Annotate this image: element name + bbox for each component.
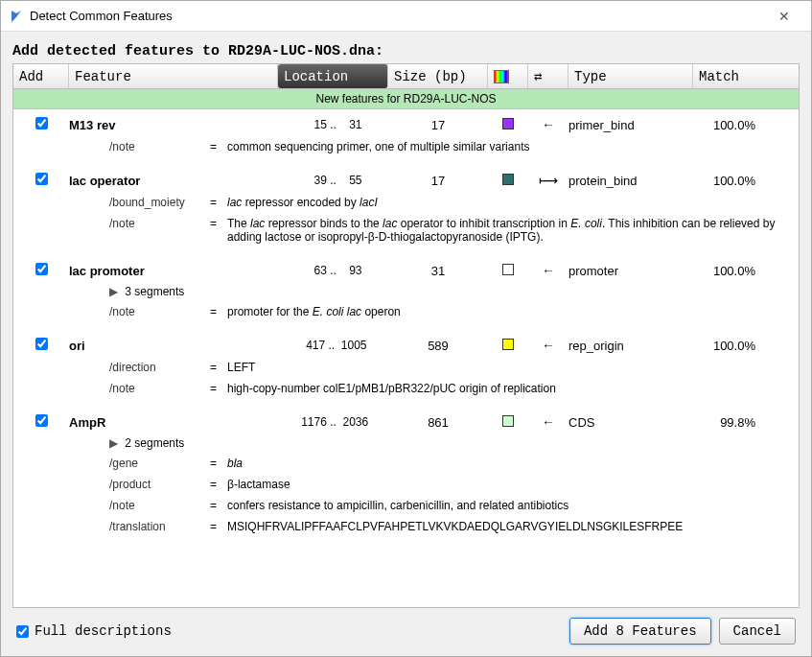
dialog-footer: Full descriptions Add 8 Features Cancel — [12, 608, 800, 645]
detail-row: /gene=bla — [13, 453, 799, 474]
feature-match: 100.0% — [693, 174, 763, 188]
feature-row[interactable]: M13 rev 15 .. 3117←primer_bind100.0% — [13, 109, 799, 136]
detail-key: /note — [109, 305, 210, 318]
close-icon[interactable]: ✕ — [765, 9, 803, 24]
feature-location: 63 .. 93 — [278, 264, 388, 277]
feature-size: 31 — [388, 264, 488, 278]
cancel-button[interactable]: Cancel — [719, 618, 796, 645]
feature-size: 17 — [388, 174, 488, 188]
full-descriptions-label: Full descriptions — [35, 623, 562, 639]
detail-key: /gene — [109, 457, 210, 470]
segments-toggle[interactable]: ▶ 3 segments — [13, 282, 799, 301]
feature-row[interactable]: ori 417 .. 1005589←rep_origin100.0% — [13, 330, 799, 357]
detail-value: confers resistance to ampicillin, carben… — [227, 499, 799, 512]
detail-value: promoter for the E. coli lac operon — [227, 305, 799, 318]
col-header-add[interactable]: Add — [13, 64, 69, 88]
col-header-match[interactable]: Match — [693, 64, 763, 88]
detail-row: /bound_moiety=lac repressor encoded by l… — [13, 192, 799, 213]
feature-location: 417 .. 1005 — [278, 339, 388, 352]
chevron-right-icon: ▶ — [109, 285, 118, 298]
color-swatch — [502, 415, 514, 427]
color-swatch — [502, 174, 514, 185]
swap-icon: ⇄ — [534, 68, 542, 84]
feature-type: primer_bind — [568, 118, 693, 132]
col-header-location[interactable]: Location — [278, 64, 388, 88]
detail-key: /translation — [109, 520, 210, 533]
detail-row: /note=confers resistance to ampicillin, … — [13, 495, 799, 516]
feature-checkbox[interactable] — [35, 414, 48, 427]
feature-row[interactable]: lac promoter 63 .. 9331←promoter100.0% — [13, 255, 799, 282]
subtitle: Add detected features to RD29A-LUC-NOS.d… — [12, 43, 800, 59]
feature-location: 1176 .. 2036 — [278, 415, 388, 429]
window-title: Detect Common Features — [30, 9, 765, 23]
detail-eq: = — [210, 499, 227, 512]
detail-key: /note — [109, 382, 210, 395]
detail-value: MSIQHFRVALIPFFAAFCLPVFAHPETLVKVKDAEDQLGA… — [227, 520, 799, 533]
direction-icon: ← — [528, 263, 568, 278]
detail-eq: = — [210, 520, 227, 533]
direction-icon: ← — [528, 338, 568, 353]
add-features-button[interactable]: Add 8 Features — [569, 618, 711, 645]
segments-toggle[interactable]: ▶ 2 segments — [13, 434, 799, 453]
col-header-direction[interactable]: ⇄ — [528, 64, 568, 88]
feature-name: M13 rev — [69, 118, 278, 132]
detail-row: /product=β-lactamase — [13, 474, 799, 495]
feature-block: lac operator 39 .. 5517⟼protein_bind100.… — [13, 165, 799, 255]
detail-key: /direction — [109, 361, 210, 374]
direction-icon: ← — [528, 117, 568, 132]
feature-checkbox[interactable] — [35, 117, 48, 129]
feature-name: AmpR — [69, 415, 278, 430]
col-header-color[interactable] — [488, 64, 528, 88]
feature-size: 17 — [388, 118, 488, 132]
detail-row: /note=promoter for the E. coli lac opero… — [13, 301, 799, 322]
features-table: Add Feature Location Size (bp) ⇄ Type Ma… — [12, 63, 800, 608]
detail-eq: = — [210, 361, 227, 374]
feature-name: ori — [69, 339, 278, 353]
rainbow-icon — [494, 70, 509, 83]
feature-checkbox[interactable] — [35, 173, 48, 185]
col-header-size[interactable]: Size (bp) — [388, 64, 488, 88]
detail-key: /note — [109, 140, 210, 153]
feature-match: 99.8% — [693, 415, 763, 430]
detail-eq: = — [210, 140, 227, 153]
chevron-right-icon: ▶ — [109, 436, 118, 450]
detail-key: /note — [109, 217, 210, 244]
feature-row[interactable]: AmpR 1176 .. 2036861←CDS99.8% — [13, 407, 799, 434]
detail-key: /note — [109, 499, 210, 512]
content-area: Add detected features to RD29A-LUC-NOS.d… — [1, 32, 811, 656]
feature-row[interactable]: lac operator 39 .. 5517⟼protein_bind100.… — [13, 165, 799, 192]
feature-type: rep_origin — [568, 339, 693, 353]
detail-row: /translation=MSIQHFRVALIPFFAAFCLPVFAHPET… — [13, 516, 799, 537]
feature-location: 15 .. 31 — [278, 118, 388, 131]
color-swatch — [502, 118, 514, 129]
col-header-feature[interactable]: Feature — [69, 64, 278, 88]
col-header-type[interactable]: Type — [568, 64, 693, 88]
feature-match: 100.0% — [693, 118, 763, 132]
detail-value: LEFT — [227, 361, 799, 374]
detail-value: The lac repressor binds to the lac opera… — [227, 217, 799, 244]
detail-key: /bound_moiety — [109, 196, 210, 209]
feature-size: 861 — [388, 415, 488, 430]
detail-eq: = — [210, 478, 227, 491]
feature-type: promoter — [568, 264, 693, 278]
feature-checkbox[interactable] — [35, 338, 48, 350]
detail-row: /note=The lac repressor binds to the lac… — [13, 213, 799, 247]
feature-location: 39 .. 55 — [278, 174, 388, 187]
group-header: New features for RD29A-LUC-NOS — [13, 89, 799, 109]
table-body[interactable]: New features for RD29A-LUC-NOS M13 rev 1… — [13, 89, 799, 607]
detail-row: /direction=LEFT — [13, 357, 799, 378]
table-header: Add Feature Location Size (bp) ⇄ Type Ma… — [13, 64, 799, 89]
direction-icon: ← — [528, 414, 568, 430]
feature-block: lac promoter 63 .. 9331←promoter100.0%▶ … — [13, 255, 799, 330]
direction-icon: ⟼ — [528, 173, 568, 188]
feature-type: protein_bind — [568, 174, 693, 188]
feature-block: ori 417 .. 1005589←rep_origin100.0%/dire… — [13, 330, 799, 407]
detail-eq: = — [210, 382, 227, 395]
detail-row: /note=common sequencing primer, one of m… — [13, 136, 799, 157]
feature-block: M13 rev 15 .. 3117←primer_bind100.0%/not… — [13, 109, 799, 165]
feature-type: CDS — [568, 415, 693, 430]
feature-checkbox[interactable] — [35, 263, 48, 275]
app-icon — [9, 9, 24, 24]
full-descriptions-checkbox[interactable] — [16, 625, 29, 638]
feature-name: lac promoter — [69, 264, 278, 278]
